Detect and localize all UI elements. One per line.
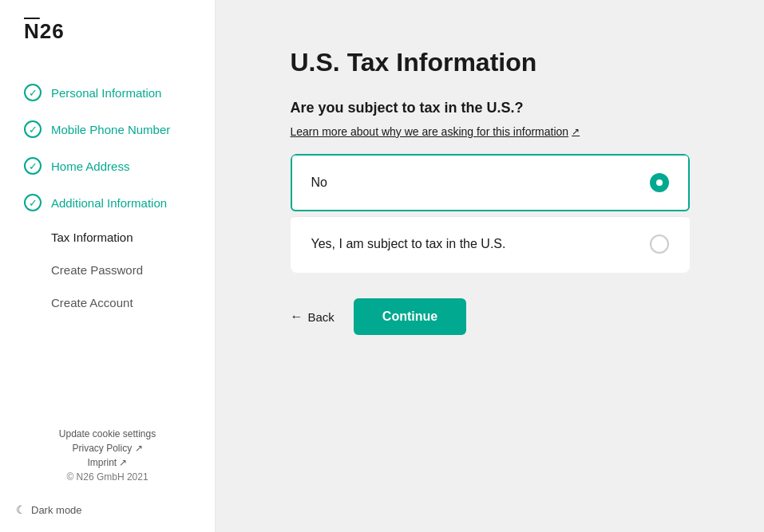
sidebar-item-create-account[interactable]: Create Account	[16, 288, 199, 317]
dark-mode-label: Dark mode	[31, 504, 82, 516]
actions-row: ← Back Continue	[291, 298, 690, 335]
info-link-text: Learn more about why we are asking for t…	[291, 125, 569, 138]
check-icon-mobile: ✓	[24, 120, 42, 138]
learn-more-link[interactable]: Learn more about why we are asking for t…	[291, 125, 580, 138]
question-label: Are you subject to tax in the U.S.?	[291, 100, 690, 116]
sidebar-item-personal-information[interactable]: ✓ Personal Information	[16, 76, 199, 109]
continue-button[interactable]: Continue	[354, 298, 466, 335]
radio-yes	[650, 234, 669, 254]
back-arrow-icon: ←	[291, 309, 303, 324]
sidebar-item-mobile-phone-number[interactable]: ✓ Mobile Phone Number	[16, 112, 199, 146]
sidebar-item-create-password[interactable]: Create Password	[16, 255, 199, 285]
brand-logo: N26	[24, 19, 65, 43]
sidebar-item-home-address[interactable]: ✓ Home Address	[16, 149, 199, 183]
copyright-text: © N26 GmbH 2021	[66, 471, 148, 483]
nav-label: Create Account	[51, 296, 133, 309]
check-icon-additional: ✓	[24, 194, 42, 211]
nav-label: Mobile Phone Number	[51, 123, 170, 136]
radio-no	[650, 173, 669, 192]
imprint-link[interactable]: Imprint ↗	[87, 457, 127, 468]
page-title: U.S. Tax Information	[291, 48, 690, 77]
main-content: U.S. Tax Information Are you subject to …	[216, 0, 764, 532]
nav-label: Create Password	[51, 263, 143, 277]
sidebar-item-tax-information[interactable]: Tax Information	[16, 223, 199, 252]
check-icon-home: ✓	[24, 157, 42, 175]
logo-area: N26	[0, 0, 215, 76]
tax-info-card: U.S. Tax Information Are you subject to …	[291, 48, 690, 335]
option-yes-label: Yes, I am subject to tax in the U.S.	[311, 237, 506, 251]
nav-label: Tax Information	[51, 231, 133, 244]
sidebar-item-additional-information[interactable]: ✓ Additional Information	[16, 186, 199, 219]
options-container: No Yes, I am subject to tax in the U.S.	[291, 154, 690, 273]
option-yes[interactable]: Yes, I am subject to tax in the U.S.	[291, 216, 690, 273]
nav-label: Home Address	[51, 160, 129, 173]
cookie-settings-link[interactable]: Update cookie settings	[59, 428, 156, 439]
nav-label: Personal Information	[51, 86, 161, 100]
moon-icon: ☾	[16, 503, 26, 516]
sidebar-footer: Update cookie settings Privacy Policy ↗ …	[0, 412, 215, 491]
nav-label: Additional Information	[51, 196, 167, 210]
back-label: Back	[308, 310, 334, 324]
privacy-policy-link[interactable]: Privacy Policy ↗	[72, 443, 142, 454]
back-button[interactable]: ← Back	[291, 309, 334, 324]
option-no[interactable]: No	[291, 154, 690, 211]
sidebar: N26 ✓ Personal Information ✓ Mobile Phon…	[0, 0, 216, 532]
dark-mode-toggle[interactable]: ☾ Dark mode	[0, 491, 215, 516]
external-link-icon: ↗	[572, 126, 580, 137]
check-icon-personal: ✓	[24, 84, 42, 101]
nav-list: ✓ Personal Information ✓ Mobile Phone Nu…	[0, 76, 215, 412]
option-no-label: No	[311, 175, 327, 190]
